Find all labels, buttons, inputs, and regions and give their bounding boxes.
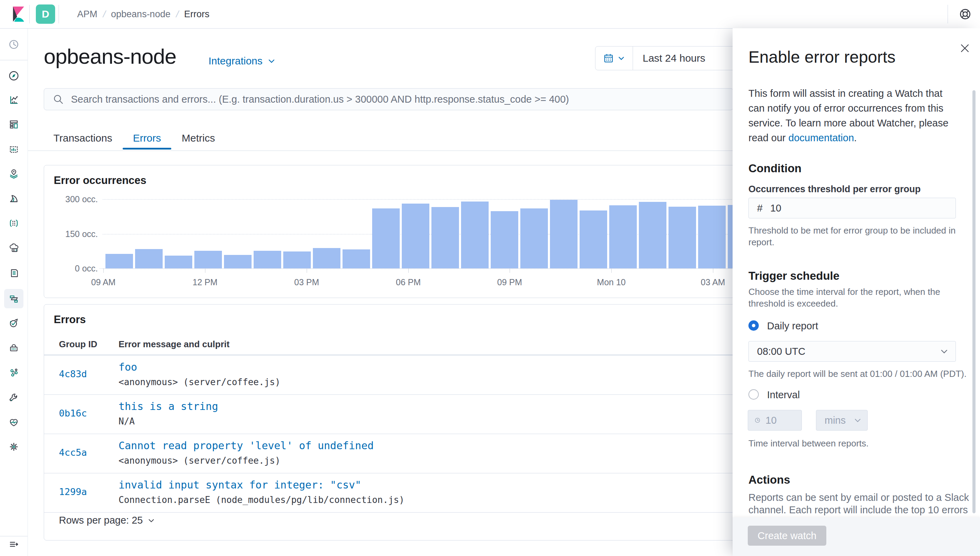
x-axis-label: 09 AM [91,277,116,287]
x-axis-tick [713,268,713,273]
error-culprit: <anonymous> (server/coffee.js) [118,456,280,466]
error-culprit: Connection.parseE (node_modules/pg/lib/c… [118,495,404,505]
breadcrumb-item-apm[interactable]: APM [77,9,97,19]
bar [165,255,192,268]
maps-icon [8,168,19,179]
error-message-link[interactable]: foo [118,361,137,373]
breadcrumb: APM/opbeans-node/Errors [77,0,210,28]
sidebar-item-code[interactable] [4,213,23,233]
actions-heading: Actions [749,473,790,486]
bar [402,204,429,268]
threshold-input[interactable] [770,202,956,214]
x-axis-label: 03 AM [701,277,725,287]
x-axis-tick [307,268,307,273]
integrations-dropdown[interactable]: Integrations [209,55,276,67]
sidebar-item-recently-viewed[interactable] [4,35,23,54]
error-group-link[interactable]: 4c83d [59,369,87,379]
interval-value-input [765,414,802,427]
rows-per-page-label: Rows per page: 25 [59,515,143,526]
sidebar-item-dev-tools[interactable] [4,388,23,407]
help-ring-icon[interactable] [958,7,972,21]
sidebar-item-monitoring[interactable] [4,413,23,432]
breadcrumb-item-opbeans-node[interactable]: opbeans-node [111,9,171,19]
flyout-scrollbar-thumb[interactable] [972,90,975,513]
sidebar-item-graph[interactable] [4,363,23,382]
monitoring-icon [8,417,19,428]
error-message-link[interactable]: invalid input syntax for integer: "csv" [118,479,361,491]
bar [224,255,252,268]
y-axis-label: 150 occ. [53,229,98,239]
uptime-icon [8,317,19,329]
sidebar-item-visualize[interactable] [4,90,23,110]
create-watch-button[interactable]: Create watch [748,526,826,546]
x-axis-tick [408,268,409,273]
chevron-down-icon [267,57,276,65]
apm-icon [8,293,19,304]
error-group-link[interactable]: 0b16c [59,408,87,419]
recently-viewed-icon [8,39,19,50]
sidebar-item-machine-learning[interactable] [4,189,23,208]
search-input[interactable] [70,93,733,105]
documentation-link[interactable]: documentation [788,132,854,143]
trigger-schedule-heading: Trigger schedule [749,269,839,283]
hash-prefix: # [749,202,770,214]
condition-heading: Condition [749,162,802,175]
threshold-input-wrap: # [749,198,956,218]
error-message-link[interactable]: this is a string [118,400,218,412]
bar [491,211,518,268]
tab-transactions[interactable]: Transactions [43,127,123,150]
sidebar-item-timelion[interactable] [4,140,23,159]
x-axis-label: Mon 10 [597,277,626,287]
sidebar-item-console[interactable] [4,338,23,357]
sidebar-item-dashboard[interactable] [4,115,23,134]
apm-errors-page: D APM/opbeans-node/Errors opbeans-node I… [0,0,980,556]
error-group-link[interactable]: 4cc5a [59,447,87,458]
tab-metrics[interactable]: Metrics [171,127,225,150]
bar [698,206,726,268]
bar [343,249,370,268]
collapse-nav-button[interactable] [4,535,23,554]
interval-unit-select: mins [816,410,868,431]
sidebar-item-maps[interactable] [4,164,23,183]
x-axis-label: 09 PM [497,277,522,287]
tab-errors[interactable]: Errors [123,127,171,150]
search-icon [52,93,64,105]
threshold-help: Threshold to be met for error group to b… [749,225,962,248]
sidebar-item-uptime[interactable] [4,314,23,333]
sidebar-divider [0,60,27,60]
close-icon[interactable] [959,42,971,55]
dashboard-icon [8,118,19,130]
code-icon [8,217,19,229]
sidebar-item-infrastructure[interactable] [4,238,23,258]
interval-radio[interactable] [749,389,759,399]
column-header-message: Error message and culprit [118,339,230,350]
bar [105,254,133,268]
chevron-down-icon [147,517,155,524]
space-avatar[interactable]: D [36,5,55,24]
sidebar-item-logs[interactable] [4,263,23,283]
error-message-link[interactable]: Cannot read property 'level' of undefine… [118,440,374,452]
rows-per-page-button[interactable]: Rows per page: 25 [59,515,155,526]
chevron-down-icon [854,416,862,424]
interval-value-input-wrap [748,410,802,431]
date-quick-select-button[interactable] [595,47,633,70]
kibana-logo-icon[interactable] [9,5,27,23]
calendar-icon [603,53,614,64]
collapse-icon [8,538,19,550]
bar [580,210,607,268]
breadcrumb-separator: / [102,9,107,19]
sidebar-item-apm[interactable] [4,289,23,308]
machine-learning-icon [8,193,19,205]
daily-time-select[interactable]: 08:00 UTC [749,341,956,362]
sidebar-item-management[interactable] [4,437,23,456]
daily-report-radio[interactable] [749,320,759,331]
error-group-link[interactable]: 1299a [59,486,87,497]
time-range-button[interactable]: Last 24 hours [633,52,705,64]
sidebar-item-discover[interactable] [4,66,23,86]
bar [283,252,311,268]
bar [520,208,548,268]
intro-text-end: . [854,132,857,143]
errors-table-title: Errors [54,314,86,326]
interval-label: Interval [767,389,800,401]
integrations-label: Integrations [209,55,263,67]
